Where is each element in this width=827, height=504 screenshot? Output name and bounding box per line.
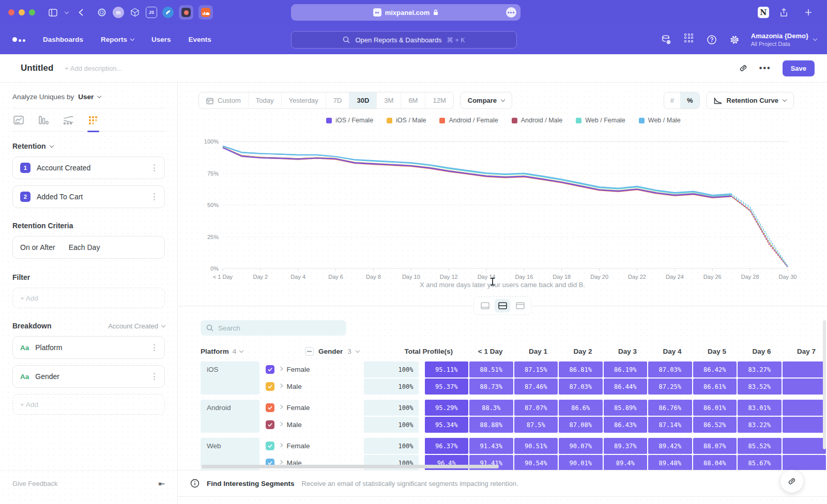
breakdown-menu-icon[interactable]: [151, 342, 157, 353]
criteria-mode[interactable]: On or After: [20, 243, 55, 251]
retention-value-cell[interactable]: 87.15%: [514, 361, 558, 377]
retention-value-cell[interactable]: 89.42%: [648, 438, 692, 454]
retention-value-cell[interactable]: 86.44%: [604, 379, 648, 395]
gender-column-header[interactable]: Gender 3: [305, 347, 398, 356]
find-segments-title[interactable]: Find Interesting Segments: [207, 480, 295, 487]
retention-value-cell[interactable]: 83.22%: [738, 417, 782, 433]
retention-value-cell[interactable]: 90.54%: [514, 455, 558, 470]
retention-value-cell[interactable]: 87.03%: [559, 379, 603, 395]
breakdown-menu-icon[interactable]: [151, 371, 157, 382]
column-header[interactable]: Day 1: [509, 348, 553, 355]
compare-button[interactable]: Compare: [460, 92, 512, 109]
retention-value-cell[interactable]: 87.07%: [514, 400, 558, 416]
minimize-window-button[interactable]: [19, 9, 25, 15]
more-options-button[interactable]: •••: [759, 64, 771, 73]
series-checkbox[interactable]: [266, 420, 274, 429]
red-dot-app-icon[interactable]: [179, 5, 193, 20]
retention-value-cell[interactable]: 95.37%: [425, 379, 469, 395]
cube-app-icon[interactable]: [129, 7, 141, 18]
retention-value-cell[interactable]: 90.51%: [514, 438, 558, 454]
retention-value-cell[interactable]: 88.51%: [469, 361, 513, 377]
date-range-12m[interactable]: 12M: [425, 92, 453, 108]
retention-value-cell[interactable]: 86.19%: [604, 361, 648, 377]
step-menu-icon[interactable]: [151, 162, 157, 174]
retention-value-cell[interactable]: 87.08%: [559, 417, 603, 433]
report-description-placeholder[interactable]: + Add description...: [65, 65, 122, 72]
legend-item-5[interactable]: Web / Male: [639, 117, 681, 124]
column-header[interactable]: Day 5: [688, 348, 732, 355]
settings-gear-icon[interactable]: [728, 34, 741, 46]
retention-value-cell[interactable]: 85.52%: [738, 438, 782, 454]
tab-funnels[interactable]: [38, 116, 49, 131]
retention-value-cell[interactable]: 86.76%: [648, 400, 692, 416]
column-header[interactable]: < 1 Day: [464, 348, 508, 355]
sidebar-toggle-icon[interactable]: [47, 6, 59, 19]
retention-value-cell[interactable]: 90.01%: [559, 455, 603, 470]
tab-retention[interactable]: [88, 116, 98, 131]
mixpanel-logo-icon[interactable]: [12, 37, 25, 42]
retention-value-cell[interactable]: 86.81%: [559, 361, 603, 377]
copy-link-icon[interactable]: [739, 64, 748, 73]
retention-step-1[interactable]: 1 Account Created: [12, 156, 165, 179]
chart-type-selector[interactable]: Retention Curve: [706, 92, 794, 109]
zoom-window-button[interactable]: [29, 9, 35, 15]
add-breakdown-button[interactable]: + Add: [12, 394, 165, 415]
retention-value-cell[interactable]: 87.46%: [514, 379, 558, 395]
column-header[interactable]: Day 3: [599, 348, 642, 355]
retention-step-2[interactable]: 2 Added To Cart: [12, 185, 165, 208]
expand-row-icon[interactable]: [278, 422, 282, 426]
retention-value-cell[interactable]: 89.48%: [648, 455, 692, 470]
legend-item-0[interactable]: iOS / Female: [326, 117, 373, 124]
collapse-sidebar-icon[interactable]: ⇤: [158, 479, 165, 489]
legend-item-1[interactable]: iOS / Male: [387, 117, 426, 124]
retention-value-cell[interactable]: 89.37%: [604, 438, 648, 454]
series-checkbox[interactable]: [266, 403, 274, 412]
retention-value-cell[interactable]: 89.4%: [604, 455, 648, 470]
date-range-yesterday[interactable]: Yesterday: [282, 92, 326, 108]
retention-value-cell[interactable]: 86.01%: [693, 400, 737, 416]
back-icon[interactable]: [74, 6, 87, 19]
add-filter-button[interactable]: + Add: [12, 288, 165, 308]
breakdown-platform[interactable]: Aa Platform: [12, 336, 165, 359]
breakdown-gender[interactable]: Aa Gender: [12, 365, 165, 388]
table-view-button[interactable]: [512, 299, 528, 312]
horizontal-scrollbar[interactable]: [202, 465, 499, 468]
expand-row-icon[interactable]: [278, 384, 282, 388]
retention-value-cell[interactable]: 86.61%: [693, 379, 737, 395]
analyze-value[interactable]: User: [78, 93, 94, 101]
retention-value-cell[interactable]: 85.89%: [604, 400, 648, 416]
tab-insights[interactable]: [13, 116, 24, 131]
retention-value-cell[interactable]: 83.01%: [738, 400, 782, 416]
url-extensions-button[interactable]: •••: [506, 7, 516, 18]
retention-value-cell[interactable]: 87.03%: [648, 361, 692, 377]
url-bar[interactable]: mixpanel.com •••: [291, 4, 520, 21]
nav-dashboards[interactable]: Dashboards: [43, 36, 83, 43]
retention-value-cell[interactable]: 91.43%: [469, 438, 513, 454]
legend-item-2[interactable]: Android / Female: [439, 117, 498, 124]
series-checkbox[interactable]: [266, 382, 274, 391]
expand-row-icon[interactable]: [278, 460, 282, 464]
retention-value-cell[interactable]: 87.5%: [514, 417, 558, 433]
help-icon[interactable]: [706, 34, 718, 46]
share-link-fab[interactable]: [780, 470, 803, 493]
retention-value-cell[interactable]: 83.52%: [738, 379, 782, 395]
series-checkbox[interactable]: [266, 442, 274, 450]
column-header[interactable]: Total Profile(s): [403, 348, 458, 355]
retention-value-cell[interactable]: 86.6%: [559, 400, 603, 416]
table-search-input[interactable]: Search: [201, 320, 346, 336]
retention-criteria-card[interactable]: On or After Each Day: [12, 236, 165, 259]
percent-toggle[interactable]: %: [681, 92, 699, 108]
date-range-7d[interactable]: 7D: [326, 92, 350, 108]
criteria-interval[interactable]: Each Day: [69, 243, 100, 251]
step-menu-icon[interactable]: [151, 191, 157, 202]
retention-value-cell[interactable]: 96.37%: [425, 438, 469, 454]
retention-value-cell[interactable]: 88.73%: [469, 379, 513, 395]
date-range-3m[interactable]: 3M: [377, 92, 401, 108]
date-range-6m[interactable]: 6M: [401, 92, 425, 108]
retention-value-cell[interactable]: 95.11%: [425, 361, 469, 377]
global-search-button[interactable]: Open Reports & Dashboards ⌘ + K: [291, 31, 517, 49]
report-title[interactable]: Untitled: [21, 63, 53, 73]
split-view-button[interactable]: [495, 299, 510, 312]
globe-app-icon[interactable]: [162, 7, 174, 18]
date-range-custom[interactable]: Custom: [199, 92, 249, 108]
